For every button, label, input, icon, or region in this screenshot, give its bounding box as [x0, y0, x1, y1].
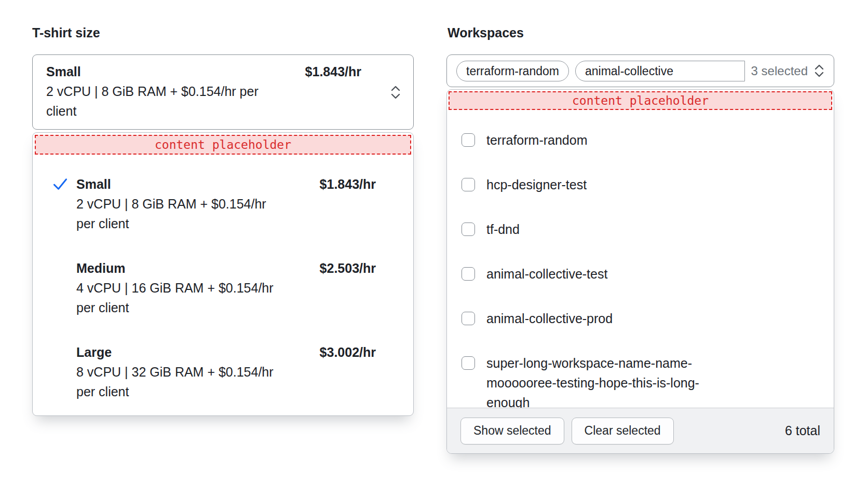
workspace-option-list: terraform-random hcp-designer-test tf-dn… [447, 112, 834, 408]
workspace-option-label: tf-dnd [486, 219, 520, 239]
option-price: $2.503/hr [320, 258, 376, 278]
chevron-updown-icon [814, 64, 824, 78]
clear-selected-button[interactable]: Clear selected [572, 418, 674, 445]
option-price: $3.002/hr [320, 342, 376, 362]
workspace-option-row[interactable]: animal-collective-prod [447, 296, 834, 341]
tshirt-selected-description: 2 vCPU | 8 GiB RAM + $0.154/hr per clien… [46, 81, 277, 121]
workspace-option-label: super-long-workspace-name-name-moooooree… [486, 353, 733, 408]
total-count: 6 total [785, 423, 820, 438]
option-description: 8 vCPU | 32 GiB RAM + $0.154/hr per clie… [76, 362, 280, 401]
workspace-checkbox[interactable] [462, 133, 475, 147]
workspace-option-label: animal-collective-prod [486, 309, 613, 328]
workspaces-dropdown-panel: content placeholder terraform-random hcp… [446, 89, 834, 454]
workspace-option-label: terraform-random [486, 130, 588, 150]
option-price: $1.843/hr [320, 174, 376, 194]
workspace-option-row[interactable]: hcp-designer-test [447, 162, 834, 207]
show-selected-button[interactable]: Show selected [460, 418, 564, 445]
content-placeholder: content placeholder [35, 135, 411, 155]
check-icon [52, 176, 68, 192]
option-description: 4 vCPU | 16 GiB RAM + $0.154/hr per clie… [76, 278, 280, 317]
tshirt-dropdown-panel: content placeholder Small $1.843/hr 2 vC… [32, 132, 414, 416]
tshirt-select-trigger[interactable]: Small $1.843/hr 2 vCPU | 8 GiB RAM + $0.… [32, 54, 414, 130]
workspace-option-row[interactable]: tf-dnd [447, 207, 834, 252]
option-row-large[interactable]: Large $3.002/hr 8 vCPU | 32 GiB RAM + $0… [33, 332, 413, 416]
chevron-updown-icon [390, 85, 401, 100]
selected-check-slot [52, 174, 76, 192]
option-row-medium[interactable]: Medium $2.503/hr 4 vCPU | 16 GiB RAM + $… [33, 248, 413, 332]
workspace-pill[interactable]: terraform-random [456, 61, 569, 81]
tshirt-option-list: Small $1.843/hr 2 vCPU | 8 GiB RAM + $0.… [33, 157, 413, 416]
option-title: Large [76, 342, 112, 362]
workspace-checkbox[interactable] [462, 312, 475, 325]
option-title: Small [76, 174, 111, 194]
selected-check-slot [52, 342, 76, 344]
option-title: Medium [76, 258, 125, 278]
workspace-checkbox[interactable] [462, 223, 475, 236]
workspace-checkbox[interactable] [462, 356, 475, 370]
tshirt-size-label: T-shirt size [32, 24, 100, 41]
playground-canvas: T-shirt size Small $1.843/hr 2 vCPU | 8 … [0, 0, 868, 500]
workspace-option-row[interactable]: terraform-random [447, 118, 834, 162]
dropdown-footer: Show selected Clear selected 6 total [447, 408, 834, 453]
workspace-option-label: animal-collective-test [486, 264, 607, 284]
workspace-checkbox[interactable] [462, 178, 475, 191]
selected-count: 3 selected [751, 64, 808, 78]
workspaces-select-trigger[interactable]: terraform-random animal-collective 3 sel… [446, 54, 834, 87]
workspace-pill-clipped[interactable]: animal-collective [575, 61, 745, 81]
tshirt-selected-price: $1.843/hr [305, 62, 361, 81]
workspace-option-row[interactable]: animal-collective-test [447, 252, 834, 296]
selected-check-slot [52, 258, 76, 260]
content-placeholder: content placeholder [449, 91, 832, 110]
workspace-checkbox[interactable] [462, 267, 475, 281]
workspace-option-row[interactable]: super-long-workspace-name-name-moooooree… [447, 341, 834, 408]
option-row-small[interactable]: Small $1.843/hr 2 vCPU | 8 GiB RAM + $0.… [33, 164, 413, 248]
tshirt-selected-title: Small [46, 62, 81, 81]
workspace-option-label: hcp-designer-test [486, 175, 587, 195]
option-description: 2 vCPU | 8 GiB RAM + $0.154/hr per clien… [76, 194, 280, 233]
workspaces-label: Workspaces [447, 24, 524, 41]
